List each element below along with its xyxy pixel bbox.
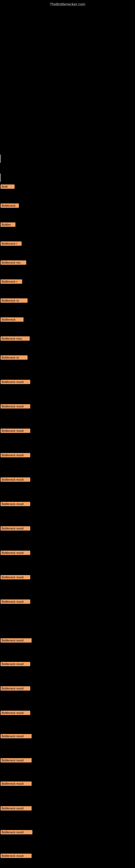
bottleneck-result-item[interactable]: Bottleneck result — [1, 380, 30, 384]
bottleneck-result-item[interactable]: Bottleneck result — [1, 781, 32, 786]
bottleneck-result-item[interactable]: Bottleneck resu — [1, 336, 30, 341]
bottleneck-result-item[interactable]: Bottleneck re — [1, 299, 28, 303]
bottleneck-result-item[interactable]: Bottleneck result — [1, 575, 30, 579]
bottleneck-result-item[interactable]: Bottleneck result — [1, 502, 30, 506]
bottleneck-result-item[interactable]: Bottleneck r — [1, 279, 22, 284]
bottleneck-result-item[interactable]: Bottleneck result — [1, 662, 30, 666]
bottleneck-result-item[interactable]: Bottleneck result — [1, 806, 32, 810]
bottleneck-result-item[interactable]: Bottleneck result — [1, 638, 32, 643]
site-title: TheBottlenecker.com — [50, 2, 85, 6]
bottleneck-result-item[interactable]: Bottleneck result — [1, 711, 30, 715]
bottleneck-result-item[interactable]: Bottleneck result — [1, 429, 30, 433]
cursor-line-0 — [0, 155, 1, 163]
bottleneck-result-item[interactable]: Bottleneck r — [1, 241, 21, 246]
bottleneck-result-item[interactable]: Bottleneck result — [1, 854, 32, 858]
bottleneck-result-item[interactable]: Bottleneck — [1, 204, 19, 208]
bottleneck-result-item[interactable]: Bottleneck result — [1, 734, 32, 738]
bottleneck-result-item[interactable]: Bottleneck result — [1, 551, 30, 555]
bottleneck-result-item[interactable]: Bottleneck result — [1, 830, 32, 834]
bottleneck-result-item[interactable]: Bottlen — [1, 222, 15, 227]
bottleneck-result-item[interactable]: Bottl — [1, 184, 14, 189]
bottleneck-result-item[interactable]: Bottleneck result — [1, 599, 30, 604]
bottleneck-result-item[interactable]: Bottleneck result — [1, 404, 30, 408]
bottleneck-result-item[interactable]: Bottleneck result — [1, 453, 30, 457]
bottleneck-result-item[interactable]: Bottleneck re — [1, 355, 28, 360]
bottleneck-result-item[interactable]: Bottleneck res — [1, 260, 26, 265]
bottleneck-result-item[interactable]: Bottleneck result — [1, 686, 30, 691]
bottleneck-result-item[interactable]: Bottleneck — [1, 317, 24, 322]
cursor-line-1 — [0, 174, 1, 182]
bottleneck-result-item[interactable]: Bottleneck result — [1, 758, 32, 763]
bottleneck-result-item[interactable]: Bottleneck result — [1, 477, 30, 482]
bottleneck-result-item[interactable]: Bottleneck result — [1, 526, 30, 531]
